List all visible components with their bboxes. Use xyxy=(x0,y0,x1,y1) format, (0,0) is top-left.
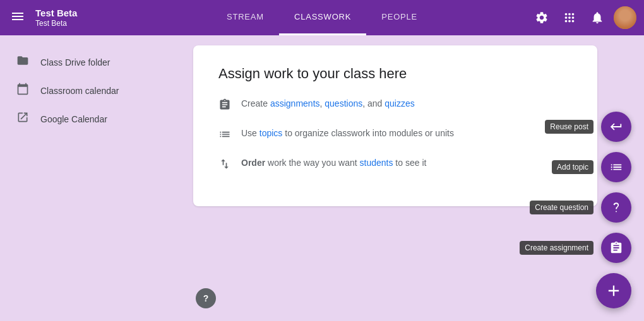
create-question-button[interactable] xyxy=(601,192,631,223)
help-button[interactable]: ? xyxy=(196,288,216,308)
fab-row-create-assignment: Create assignment xyxy=(520,233,631,263)
reuse-post-tooltip: Reuse post xyxy=(545,120,593,134)
add-topic-button[interactable] xyxy=(601,152,631,182)
avatar[interactable] xyxy=(614,6,636,29)
questions-link[interactable]: questions xyxy=(325,98,362,108)
settings-icon[interactable] xyxy=(530,6,553,29)
app-title-sub: Test Beta xyxy=(35,19,77,28)
app-title-main: Test Beta xyxy=(35,8,77,19)
create-assignment-button[interactable] xyxy=(601,233,631,263)
students-link[interactable]: students xyxy=(360,158,393,168)
order-icon xyxy=(218,158,231,173)
assignment-icon xyxy=(218,98,231,114)
assign-item-1: Create assignments, questions, and quizz… xyxy=(218,97,572,114)
app-title: Test Beta Test Beta xyxy=(35,8,77,28)
sidebar-item-class-drive-label: Class Drive folder xyxy=(40,57,110,67)
nav-right xyxy=(530,6,636,29)
content-area: Assign work to your class here Create as… xyxy=(183,35,644,321)
sidebar-item-classroom-calendar-label: Classroom calendar xyxy=(40,86,119,96)
external-link-icon xyxy=(15,111,30,127)
main-fab-button[interactable] xyxy=(596,273,631,308)
fab-row-main xyxy=(596,273,631,308)
sidebar-item-class-drive[interactable]: Class Drive folder xyxy=(0,48,173,76)
fab-row-reuse: Reuse post xyxy=(545,112,631,142)
assign-item-3-text: Order work the way you want students to … xyxy=(241,156,426,170)
topics-link[interactable]: topics xyxy=(259,128,283,138)
apps-icon[interactable] xyxy=(558,6,581,29)
main-layout: Class Drive folder Classroom calendar Go… xyxy=(0,35,644,321)
assign-item-3: Order work the way you want students to … xyxy=(218,156,572,173)
notifications-icon[interactable] xyxy=(586,6,609,29)
reuse-post-button[interactable] xyxy=(601,112,631,142)
nav-tabs: STREAM CLASSWORK PEOPLE xyxy=(212,0,432,35)
create-assignment-tooltip: Create assignment xyxy=(520,241,593,255)
sidebar-item-google-calendar[interactable]: Google Calendar xyxy=(0,105,173,133)
nav-left: Test Beta Test Beta xyxy=(8,6,77,30)
tab-stream[interactable]: STREAM xyxy=(212,0,279,35)
fab-container: Reuse post Add topic Create question Cre… xyxy=(520,112,631,308)
calendar-icon xyxy=(15,83,30,98)
sidebar-item-google-calendar-label: Google Calendar xyxy=(40,114,107,124)
help-icon: ? xyxy=(203,293,209,303)
add-topic-tooltip: Add topic xyxy=(552,160,593,174)
topics-icon xyxy=(218,128,231,144)
sidebar-item-classroom-calendar[interactable]: Classroom calendar xyxy=(0,76,173,105)
assignments-link[interactable]: assignments xyxy=(270,98,320,108)
fab-row-add-topic: Add topic xyxy=(552,152,631,182)
quizzes-link[interactable]: quizzes xyxy=(385,98,414,108)
avatar-image xyxy=(614,6,636,29)
tab-people[interactable]: PEOPLE xyxy=(366,0,432,35)
top-navigation: Test Beta Test Beta STREAM CLASSWORK PEO… xyxy=(0,0,644,35)
assign-item-2: Use topics to organize classwork into mo… xyxy=(218,127,572,144)
assign-item-2-text: Use topics to organize classwork into mo… xyxy=(241,127,454,140)
assign-item-1-text: Create assignments, questions, and quizz… xyxy=(241,97,415,110)
assign-title: Assign work to your class here xyxy=(218,66,572,82)
create-question-tooltip: Create question xyxy=(530,201,593,214)
sidebar: Class Drive folder Classroom calendar Go… xyxy=(0,35,183,321)
fab-row-create-question: Create question xyxy=(530,192,631,223)
folder-icon xyxy=(15,54,30,70)
tab-classwork[interactable]: CLASSWORK xyxy=(279,0,366,35)
hamburger-icon[interactable] xyxy=(8,6,28,30)
